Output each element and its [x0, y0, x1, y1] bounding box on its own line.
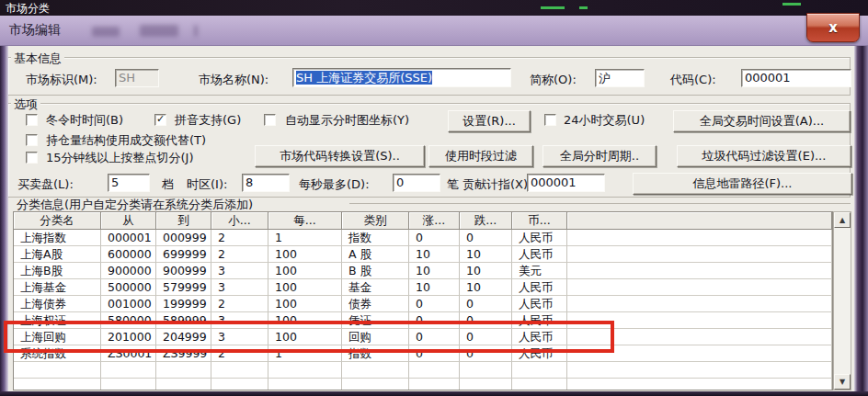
table-row[interactable] [14, 362, 832, 379]
table-cell: 指数 [342, 230, 409, 246]
table-cell: 债券 [342, 296, 409, 312]
market-name-field[interactable]: SH 上海证券交易所(SSE) [292, 68, 511, 87]
table-header-row: 分类名从到小...每...类别涨...跌...币... [14, 212, 832, 230]
table-row[interactable]: 上海B股9000009009993100B 股1010美元 [14, 263, 832, 279]
table-cell: 500000 [101, 279, 156, 296]
chart-artifact-dash [579, 6, 588, 9]
column-header[interactable]: 币... [512, 212, 567, 230]
position-structure-checkbox[interactable] [26, 134, 38, 146]
table-cell: 上海指数 [14, 230, 101, 246]
column-header[interactable]: 分类名 [14, 212, 101, 230]
scroll-up-button[interactable]: ▲ [834, 212, 851, 228]
section-divider [349, 203, 851, 204]
table-cell: 100 [268, 296, 342, 312]
table-cell: 上海A股 [14, 246, 101, 263]
table-scrollbar[interactable]: ▲ ▼ [833, 211, 851, 390]
contribution-index-label: 贡献计指(X): [463, 176, 531, 193]
column-header[interactable]: 涨... [409, 212, 460, 230]
table-cell [156, 362, 211, 379]
order-levels-field[interactable]: 5 [108, 174, 150, 192]
basic-info-group-label: 基本信息 [11, 51, 64, 67]
global-period-button[interactable]: 全局分时周期.. [542, 145, 657, 167]
time-filter-button[interactable]: 使用时段过滤 [428, 145, 533, 167]
column-header[interactable]: 小... [211, 212, 268, 230]
table-row[interactable]: 上海A股6000006999992100A 股1010人民币 [14, 246, 832, 263]
code-convert-button[interactable]: 市场代码转换设置(S).. [255, 145, 425, 167]
autoshow-checkbox[interactable] [264, 114, 276, 126]
table-cell [460, 379, 512, 390]
table-cell: 2 [211, 246, 268, 263]
market-edit-dialog: 市场分类 市场编辑 x 基本信息 市场标识(M): SH 市场名称(N): SH… [0, 0, 868, 396]
table-cell: 100 [268, 246, 342, 263]
column-header[interactable]: 跌... [460, 212, 512, 230]
table-cell: 100 [268, 279, 342, 296]
position-structure-checkbox-label[interactable]: 持仓量结构使用成交额代替(T) [46, 132, 206, 149]
chart-artifact-dash [541, 6, 565, 9]
settings-button[interactable]: 设置(R)... [448, 110, 531, 132]
table-cell: 人民币 [512, 279, 567, 296]
selected-text: SH 上海证券交易所(SSE) [296, 71, 432, 85]
table-row[interactable] [14, 379, 832, 390]
table-cell [268, 362, 342, 379]
table-cell: 10 [460, 263, 512, 279]
window-border-right [854, 46, 868, 392]
market-id-label: 市场标识(M): [26, 72, 97, 88]
table-cell: 1 [268, 230, 342, 246]
table-cell: 基金 [342, 279, 409, 296]
table-cell [101, 362, 156, 379]
pinyin-checkbox[interactable]: ✓ [154, 114, 166, 126]
close-icon: x [828, 19, 838, 36]
15min-split-checkbox-label[interactable]: 15分钟线以上按整点切分(J) [46, 150, 194, 166]
24h-trading-checkbox-label[interactable]: 24小时交易(U) [564, 112, 645, 129]
dialog-title: 市场编辑 [9, 22, 61, 39]
table-cell [567, 296, 832, 312]
dst-checkbox[interactable] [26, 114, 38, 126]
table-cell: 0 [460, 296, 512, 312]
dst-checkbox-label[interactable]: 冬令时时间(B) [46, 112, 123, 129]
15min-split-checkbox[interactable] [26, 152, 38, 164]
table-cell [101, 379, 156, 390]
checkmark-icon: ✓ [156, 113, 165, 125]
autoshow-checkbox-label[interactable]: 自动显示分时图坐标(Y) [285, 112, 409, 129]
table-cell: 2 [211, 296, 268, 312]
close-button[interactable]: x [806, 13, 860, 42]
table-cell: 2 [211, 230, 268, 246]
short-name-field[interactable]: 沪 [595, 69, 645, 87]
column-header[interactable]: 到 [156, 212, 211, 230]
code-field[interactable]: 000001 [741, 69, 851, 87]
table-cell [342, 379, 409, 390]
table-cell: 580000 [101, 312, 156, 329]
table-cell: 699999 [156, 246, 211, 263]
table-row[interactable]: 上海基金5000005799993100基金1010人民币 [14, 279, 832, 296]
table-row[interactable]: 系统指数ZS0001ZS999921指数00人民币 [14, 345, 832, 362]
column-header[interactable]: 从 [101, 212, 156, 230]
redacted-text [140, 25, 178, 37]
code-label: 代码(C): [670, 72, 716, 88]
table-row[interactable]: 上海回购2010002049993100回购00人民币 [14, 329, 832, 345]
table-cell: 579999 [156, 279, 211, 296]
scroll-down-button[interactable]: ▼ [834, 374, 851, 390]
contribution-index-field[interactable]: 000001 [527, 174, 605, 192]
timezone-field[interactable]: 8 [242, 174, 290, 192]
table-row[interactable]: 上海债券0010001999992100债券00人民币 [14, 296, 832, 312]
dialog-titlebar[interactable] [0, 16, 868, 46]
table-cell: 000001 [101, 230, 156, 246]
junk-code-filter-button[interactable]: 垃圾代码过滤设置(E)... [677, 145, 851, 167]
column-header[interactable]: 每... [268, 212, 342, 230]
info-mine-path-button[interactable]: 信息地雷路径(F)... [633, 173, 852, 195]
table-cell: 10 [460, 246, 512, 263]
column-header[interactable]: 类别 [342, 212, 409, 230]
24h-trading-checkbox[interactable] [544, 114, 556, 126]
parent-window-title: 市场分类 [6, 1, 50, 17]
table-row[interactable]: 上海指数00000100099921指数00人民币 [14, 230, 832, 246]
max-per-second-unit: 笔 [447, 176, 459, 193]
pinyin-checkbox-label[interactable]: 拼音支持(G) [175, 112, 241, 129]
table-cell: 0 [460, 312, 512, 329]
table-cell: 人民币 [512, 246, 567, 263]
table-cell: 10 [409, 279, 460, 296]
timezone-label: 时区(I): [187, 176, 227, 193]
column-header-filler[interactable] [567, 212, 832, 230]
global-trading-time-button[interactable]: 全局交易时间设置(A)... [673, 110, 851, 132]
table-row[interactable]: 上海权证5800005899993100凭证...00人民币 [14, 312, 832, 329]
max-per-second-field[interactable]: 0 [393, 174, 440, 192]
